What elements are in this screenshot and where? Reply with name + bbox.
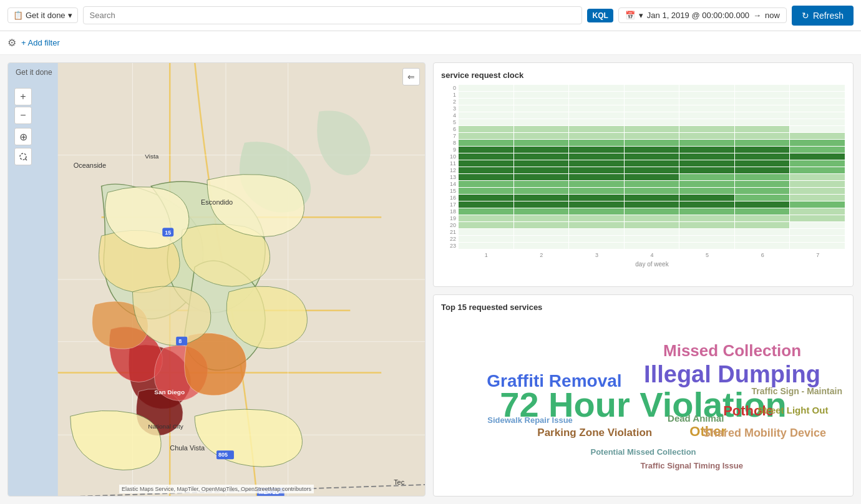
zoom-in-button[interactable]: + <box>14 88 32 105</box>
filter-icon[interactable]: ⚙ <box>7 37 16 49</box>
map-attribution: Elastic Maps Service, MapTiler, OpenMapT… <box>119 485 314 493</box>
time-range-start: Jan 1, 2019 @ 00:00:00.000 <box>647 11 749 20</box>
word-item[interactable]: Graffiti Removal <box>487 371 621 391</box>
word-item[interactable]: Traffic Sign - Maintain <box>752 386 842 396</box>
svg-text:San Diego: San Diego <box>154 389 185 395</box>
word-item[interactable]: Potential Missed Collection <box>590 447 696 457</box>
refresh-label: Refresh <box>813 11 844 21</box>
index-chevron-icon: ▾ <box>68 11 72 20</box>
chart-panel: service request clock 012345678910111213… <box>433 62 854 287</box>
index-label: Get it done <box>26 11 66 20</box>
chart-title: service request clock <box>441 70 845 80</box>
svg-text:National City: National City <box>148 423 183 430</box>
svg-text:805: 805 <box>218 452 228 458</box>
refresh-button[interactable]: ↻ Refresh <box>792 6 854 26</box>
word-item[interactable]: Shared Mobility Device <box>703 427 826 440</box>
index-icon: 📋 <box>13 11 23 20</box>
chevron-down-icon: ▾ <box>639 11 643 20</box>
zoom-out-button[interactable]: − <box>14 107 32 124</box>
calendar-icon: 📅 <box>625 11 635 20</box>
svg-line-1 <box>25 158 27 160</box>
wordcloud-panel: Top 15 requested services 72 Hour Violat… <box>433 294 854 497</box>
svg-text:Vista: Vista <box>145 153 158 160</box>
time-picker[interactable]: 📅 ▾ Jan 1, 2019 @ 00:00:00.000 → now <box>618 7 787 23</box>
index-selector[interactable]: 📋 Get it done ▾ <box>7 7 78 23</box>
map-panel: Get it done + − ⊕ ⇐ <box>7 62 426 497</box>
word-item[interactable]: Illegal Dumping <box>644 361 820 387</box>
kql-toggle[interactable]: KQL <box>587 9 613 22</box>
word-item[interactable]: Traffic Signal Timing Issue <box>641 460 743 470</box>
map-controls: + − ⊕ <box>14 88 32 165</box>
top-bar: 📋 Get it done ▾ KQL 📅 ▾ Jan 1, 2019 @ 00… <box>0 0 861 31</box>
map-title: Get it done <box>16 68 52 77</box>
right-panel: service request clock 012345678910111213… <box>433 62 854 497</box>
word-item[interactable]: Sidewalk Repair Issue <box>487 415 573 424</box>
time-arrow: → <box>753 11 761 20</box>
collapse-button[interactable]: ⇐ <box>402 68 420 85</box>
svg-text:15: 15 <box>165 230 171 236</box>
svg-text:Chula Vista: Chula Vista <box>170 444 205 452</box>
wordcloud-container: 72 Hour ViolationIllegal DumpingMissed C… <box>441 317 845 485</box>
wordcloud-title: Top 15 requested services <box>441 303 845 312</box>
compass-button[interactable]: ⊕ <box>14 128 32 145</box>
add-filter-button[interactable]: + Add filter <box>21 38 60 47</box>
word-item[interactable]: Missed Collection <box>663 341 801 361</box>
svg-text:Escondido: Escondido <box>201 198 233 206</box>
word-item[interactable]: Parking Zone Violation <box>537 427 652 439</box>
lasso-button[interactable] <box>14 148 32 165</box>
word-item[interactable]: Street Light Out <box>757 404 828 415</box>
word-item[interactable]: Dead Animal <box>668 413 724 424</box>
svg-text:8: 8 <box>178 338 182 344</box>
map-svg: Oceanside Vista Escondido San Diego Nati… <box>8 63 425 496</box>
time-range-end: now <box>765 11 780 20</box>
search-input[interactable] <box>83 6 583 24</box>
main-content: Get it done + − ⊕ ⇐ <box>0 55 861 504</box>
heatmap-container: 01234567891011121314151617181920212223 1… <box>441 85 845 268</box>
svg-text:Oceanside: Oceanside <box>74 162 106 169</box>
filter-bar: ⚙ + Add filter <box>0 31 861 55</box>
x-axis-title: day of week <box>459 261 845 268</box>
refresh-icon: ↻ <box>802 11 809 21</box>
